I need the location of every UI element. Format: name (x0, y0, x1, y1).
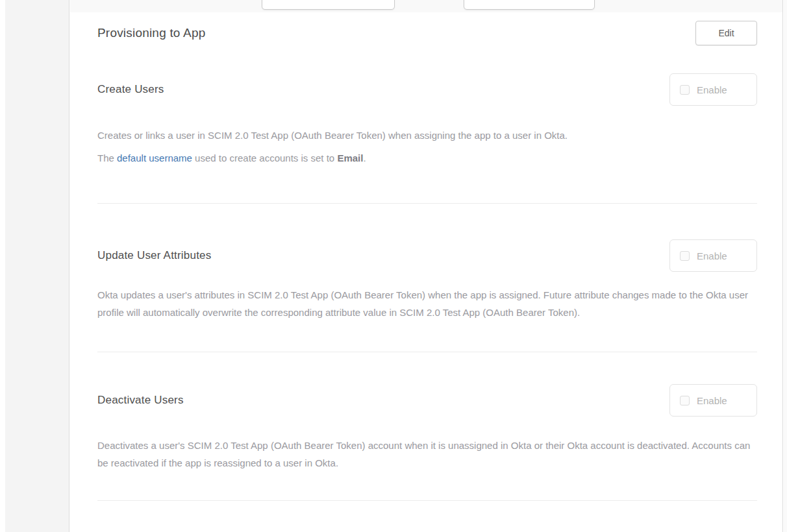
section-header-update-user-attributes: Update User Attributes Enable (97, 239, 757, 272)
truncated-input-right[interactable] (464, 0, 595, 10)
truncated-form-row (70, 0, 782, 12)
provisioning-header: Provisioning to App Edit (97, 21, 757, 45)
enable-label: Enable (697, 250, 727, 261)
section-title: Create Users (97, 83, 164, 96)
enable-label: Enable (697, 395, 727, 406)
section-title: Update User Attributes (97, 249, 211, 262)
enable-label: Enable (697, 84, 727, 95)
note-bold-value: Email (337, 152, 363, 163)
section-header-create-users: Create Users Enable (97, 73, 757, 106)
page-left-gutter (0, 0, 5, 532)
truncated-input-left[interactable] (262, 0, 395, 10)
section-title: Deactivate Users (97, 394, 184, 407)
default-username-link[interactable]: default username (117, 152, 192, 163)
section-description: Deactivates a user's SCIM 2.0 Test App (… (97, 437, 755, 472)
note-prefix: The (97, 152, 117, 163)
page-right-gutter (784, 0, 787, 532)
section-header-deactivate-users: Deactivate Users Enable (97, 384, 757, 417)
enable-checkbox[interactable] (680, 85, 690, 95)
enable-checkbox[interactable] (680, 396, 690, 405)
left-sidebar-panel (5, 0, 69, 532)
default-username-note: The default username used to create acco… (97, 151, 757, 165)
enable-toggle-update-user-attributes[interactable]: Enable (669, 239, 757, 272)
edit-button[interactable]: Edit (695, 21, 757, 45)
enable-checkbox[interactable] (680, 251, 690, 261)
page-title: Provisioning to App (97, 26, 205, 40)
section-divider (97, 352, 757, 352)
section-divider (97, 203, 757, 204)
section-description: Okta updates a user's attributes in SCIM… (97, 286, 755, 321)
section-description: Creates or links a user in SCIM 2.0 Test… (97, 128, 755, 143)
note-suffix: . (363, 152, 366, 163)
main-content-panel: Provisioning to App Edit Create Users En… (70, 0, 783, 532)
enable-toggle-create-users[interactable]: Enable (669, 73, 757, 106)
note-middle: used to create accounts is set to (192, 152, 337, 163)
enable-toggle-deactivate-users[interactable]: Enable (669, 384, 757, 417)
section-divider (97, 500, 757, 501)
